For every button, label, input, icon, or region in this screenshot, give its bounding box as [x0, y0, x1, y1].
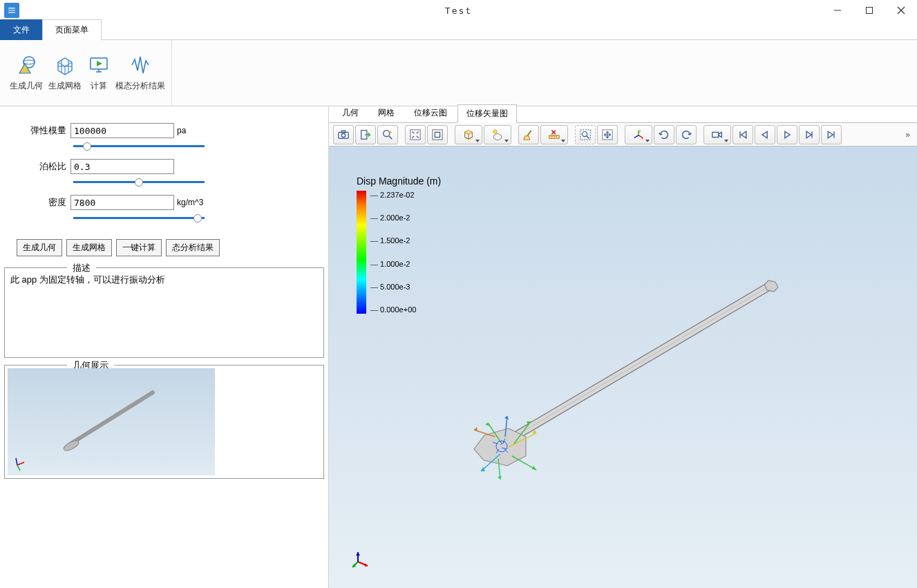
broom-icon [522, 129, 535, 141]
poisson-ratio-input[interactable] [70, 159, 174, 174]
fit-view-button[interactable] [405, 125, 426, 144]
rotate-cw-icon [680, 129, 692, 141]
clear-button[interactable] [518, 125, 539, 144]
svg-line-27 [587, 135, 589, 138]
one-click-compute-button[interactable]: 一键计算 [116, 239, 162, 256]
skip-first-icon [737, 129, 748, 140]
poisson-ratio-slider[interactable] [73, 181, 205, 183]
description-text[interactable] [10, 274, 318, 350]
ribbon-compute-label: 计算 [91, 80, 107, 92]
ribbon-modal-result[interactable]: 模态分析结果 [113, 48, 167, 97]
ribbon-compute[interactable]: 计算 [84, 48, 113, 97]
vtab-disp-cloud[interactable]: 位移云图 [405, 104, 456, 122]
tab-file[interactable]: 文件 [0, 19, 43, 40]
svg-line-10 [17, 462, 24, 465]
axis-dropdown[interactable]: yx [625, 125, 652, 144]
vtab-disp-vector[interactable]: 位移矢量图 [457, 104, 517, 123]
density-input[interactable] [70, 195, 174, 210]
svg-line-23 [527, 130, 531, 135]
inner-frame-icon [431, 129, 444, 141]
ribbon-gen-mesh-label: 生成网格 [48, 80, 82, 92]
vtab-geometry[interactable]: 几何 [333, 104, 368, 122]
svg-rect-2 [867, 8, 873, 14]
minimize-button[interactable] [822, 0, 853, 21]
svg-rect-21 [435, 132, 439, 137]
inner-fit-button[interactable] [427, 125, 448, 144]
svg-rect-31 [712, 132, 719, 137]
sphere-triangle-icon [15, 54, 37, 76]
svg-line-11 [17, 465, 20, 471]
ruler-dropdown[interactable] [540, 125, 568, 144]
svg-line-18 [389, 135, 393, 139]
move-button[interactable] [597, 125, 618, 144]
magnifier-spark-icon [381, 129, 394, 141]
lightbulb-cube-icon [491, 129, 504, 141]
zoom-reset-button[interactable] [377, 125, 398, 144]
step-forward-icon [804, 129, 815, 140]
selection-box-button[interactable] [575, 125, 596, 144]
skip-last-icon [826, 129, 837, 140]
move-arrows-icon [601, 129, 614, 141]
svg-point-26 [583, 131, 587, 136]
modal-result-button[interactable]: 态分析结果 [166, 239, 220, 256]
gen-mesh-button[interactable]: 生成网格 [66, 239, 112, 256]
app-logo-icon [4, 3, 19, 18]
density-label: 密度 [4, 196, 70, 209]
svg-rect-19 [410, 129, 420, 139]
cube-color-dropdown[interactable] [455, 125, 482, 144]
geometry-preview-viewport[interactable] [8, 368, 215, 475]
ribbon-gen-mesh[interactable]: 生成网格 [46, 48, 84, 97]
svg-line-12 [16, 458, 17, 465]
fit-corners-icon [409, 129, 422, 141]
camera-icon [337, 129, 350, 141]
rotate-ccw-button[interactable] [654, 125, 674, 144]
elastic-modulus-input[interactable] [70, 123, 174, 138]
ribbon-toolbar: 生成几何 生成网格 计算 模态分析结果 [0, 40, 917, 106]
maximize-button[interactable] [853, 0, 885, 21]
waveform-icon [129, 54, 151, 76]
elastic-modulus-label: 弹性模量 [4, 124, 70, 137]
viewport-toolbar: yx » [329, 123, 917, 146]
ribbon-gen-geom[interactable]: 生成几何 [7, 48, 46, 97]
density-slider[interactable] [73, 217, 205, 219]
elastic-modulus-slider[interactable] [73, 145, 205, 147]
svg-point-22 [493, 129, 497, 133]
parameters-panel: 弹性模量 pa 泊松比 密度 kg/m^3 生成几何 生成网格 一键计算 态分析… [0, 106, 329, 588]
svg-rect-15 [341, 131, 345, 133]
vtab-mesh[interactable]: 网格 [369, 104, 404, 122]
rotate-cw-button[interactable] [676, 125, 697, 144]
screenshot-button[interactable] [333, 125, 354, 144]
step-back-icon [759, 129, 771, 140]
next-frame-button[interactable] [799, 125, 820, 144]
3d-viewport[interactable]: Disp Magnitude (m) 2.237e-02 2.000e-2 1.… [329, 146, 917, 588]
prev-frame-button[interactable] [755, 125, 775, 144]
export-arrow-icon [359, 129, 372, 141]
video-camera-icon [711, 129, 724, 141]
xyz-axis-icon: yx [632, 129, 645, 141]
export-button[interactable] [355, 125, 376, 144]
svg-rect-24 [549, 135, 559, 138]
window-title: Test [445, 6, 472, 16]
geom-preview-fieldset: 几何展示 [4, 365, 324, 479]
ruler-x-icon [548, 129, 560, 141]
main-tabs: 文件 页面菜单 [0, 21, 917, 40]
close-button[interactable] [885, 0, 917, 21]
color-cube-icon [462, 129, 475, 141]
last-frame-button[interactable] [821, 125, 842, 144]
play-monitor-icon [88, 54, 110, 76]
mesh-cube-icon [54, 54, 76, 76]
lighting-dropdown[interactable] [484, 125, 511, 144]
tab-page-menu[interactable]: 页面菜单 [42, 19, 102, 40]
description-legend: 描述 [67, 262, 96, 274]
density-unit: kg/m^3 [177, 198, 203, 207]
svg-line-8 [70, 392, 153, 444]
viewport-tabs: 几何 网格 位移云图 位移矢量图 [329, 106, 917, 123]
gen-geom-button[interactable]: 生成几何 [17, 239, 62, 256]
play-icon [782, 129, 793, 140]
first-frame-button[interactable] [732, 125, 753, 144]
toolbar-overflow-button[interactable]: » [902, 130, 913, 140]
play-button[interactable] [777, 125, 797, 144]
camera-dropdown[interactable] [703, 125, 731, 144]
svg-text:x: x [642, 137, 644, 140]
ribbon-gen-geom-label: 生成几何 [10, 80, 43, 92]
